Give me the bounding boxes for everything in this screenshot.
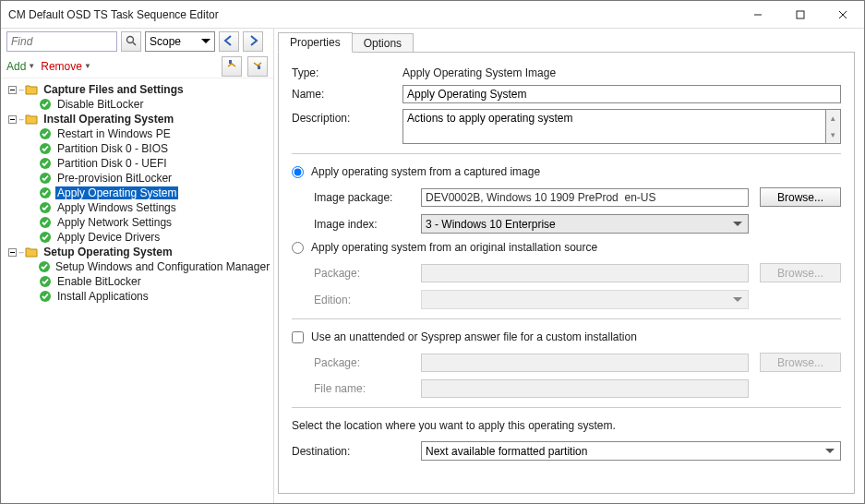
scroll-down-icon: ▼ [826,126,840,143]
scope-select[interactable]: Scope [145,31,215,52]
left-pane: Scope Add ▼ Remove ▼ ··· Capture Files a… [1,29,274,503]
unattend-checkbox[interactable] [292,331,304,343]
success-icon [38,275,53,288]
success-icon [38,231,53,244]
edition-select-disabled [421,290,749,309]
close-button[interactable] [822,1,864,29]
folder-icon [24,83,39,96]
remove-menu[interactable]: Remove ▼ [41,60,91,73]
find-prev-button[interactable] [219,31,239,52]
textarea-scrollbar[interactable]: ▲▼ [826,109,841,144]
svg-line-5 [133,42,136,45]
move-up-icon [226,59,237,73]
search-icon [126,35,137,49]
tree-group[interactable]: ··· Setup Operating System [3,245,271,259]
tree-item[interactable]: Disable BitLocker [3,97,271,112]
tree-group[interactable]: ··· Capture Files and Settings [3,82,271,97]
tree-item[interactable]: Partition Disk 0 - UEFI [3,156,271,171]
success-icon [38,142,53,155]
unattend-package-input [421,354,749,372]
image-package-label: Image package: [314,191,410,204]
minimize-button[interactable] [737,1,779,29]
success-icon [38,260,51,273]
tab-strip: Properties Options [278,32,855,53]
radio-original-source[interactable] [292,242,304,254]
radio-original-label: Apply operating system from an original … [311,241,597,254]
tab-options[interactable]: Options [352,33,414,53]
name-input[interactable] [402,85,841,103]
unattend-package-label: Package: [314,356,410,369]
task-sequence-tree[interactable]: ··· Capture Files and Settings Disable B… [1,78,273,503]
collapse-icon[interactable] [6,84,18,95]
image-index-label: Image index: [314,218,410,231]
type-value: Apply Operating System Image [402,64,841,79]
success-icon [38,172,53,185]
move-up-button[interactable] [222,56,242,77]
maximize-button[interactable] [779,1,822,29]
move-down-button[interactable] [247,56,268,77]
radio-captured-label: Apply operating system from a captured i… [311,165,540,178]
find-input[interactable] [6,31,117,52]
tree-item[interactable]: Apply Windows Settings [3,200,271,215]
destination-select[interactable]: Next available formatted partition [421,441,841,461]
tree-item-selected[interactable]: Apply Operating System [3,186,271,200]
destination-label: Destination: [292,445,410,458]
type-label: Type: [292,64,402,79]
properties-panel: Type: Apply Operating System Image Name:… [278,52,855,494]
tree-item[interactable]: Apply Device Drivers [3,230,271,245]
tab-properties[interactable]: Properties [278,32,353,53]
tree-item[interactable]: Setup Windows and Configuration Manager [3,259,271,274]
svg-rect-1 [797,11,804,18]
tree-item[interactable]: Pre-provision BitLocker [3,171,271,186]
tree-item[interactable]: Apply Network Settings [3,215,271,230]
window-title: CM Default OSD TS Task Sequence Editor [8,8,737,21]
action-toolbar: Add ▼ Remove ▼ [1,54,273,78]
titlebar: CM Default OSD TS Task Sequence Editor [1,1,864,29]
arrow-left-icon [223,35,234,49]
scroll-up-icon: ▲ [826,110,840,126]
browse-image-package-button[interactable]: Browse... [760,187,841,207]
find-toolbar: Scope [1,29,273,54]
success-icon [38,290,53,303]
edition-label: Edition: [314,294,410,306]
collapse-icon[interactable] [6,246,18,258]
image-index-select[interactable]: 3 - Windows 10 Enterprise [421,214,749,234]
success-icon [38,98,53,111]
filename-label: File name: [314,382,410,395]
svg-rect-7 [258,66,260,69]
browse-unattend-button-disabled: Browse... [760,353,841,372]
description-label: Description: [292,109,402,125]
success-icon [38,216,53,229]
tree-item[interactable]: Restart in Windows PE [3,126,271,141]
name-label: Name: [292,85,402,101]
folder-icon [24,246,39,258]
success-icon [38,157,53,170]
dropdown-arrow-icon: ▼ [84,62,91,70]
filename-input-disabled [421,379,749,398]
package-label: Package: [314,267,410,280]
description-input[interactable]: Actions to apply operating system [402,109,826,144]
tree-item[interactable]: Install Applications [3,289,271,304]
browse-package-button-disabled: Browse... [760,263,841,282]
find-button[interactable] [121,31,141,52]
tree-item[interactable]: Partition Disk 0 - BIOS [3,141,271,156]
radio-captured-image[interactable] [292,166,304,178]
right-pane: Properties Options Type: Apply Operating… [274,29,864,503]
success-icon [38,186,53,199]
editor-window: CM Default OSD TS Task Sequence Editor S… [0,0,865,504]
add-menu[interactable]: Add ▼ [6,60,35,73]
dropdown-arrow-icon: ▼ [28,62,35,70]
tree-group[interactable]: ··· Install Operating System [3,112,271,126]
find-next-button[interactable] [243,31,263,52]
image-package-input[interactable] [421,188,749,207]
unattend-label: Use an unattended or Sysprep answer file… [311,330,637,343]
success-icon [38,127,53,140]
tree-item[interactable]: Enable BitLocker [3,274,271,289]
move-down-icon [252,59,263,73]
package-input-disabled [421,264,749,282]
collapse-icon[interactable] [6,114,18,125]
arrow-right-icon [247,35,258,49]
success-icon [38,201,53,214]
folder-icon [24,113,39,126]
svg-point-4 [127,36,134,42]
